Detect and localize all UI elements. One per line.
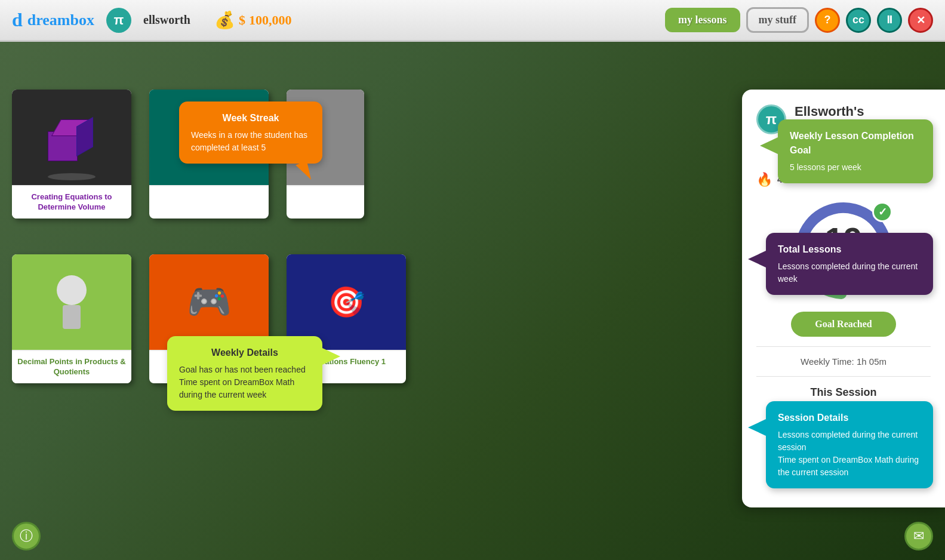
main-area: Creating Equations to Determine Volume π xyxy=(0,42,945,560)
divider-2 xyxy=(756,376,931,377)
user-avatar: π xyxy=(106,8,131,33)
coin-value: 100,000 xyxy=(249,13,292,28)
app-header: d dreambox π ellsworth 💰 $ 100,000 my le… xyxy=(0,0,945,42)
fire-icon: 🔥 xyxy=(756,172,772,187)
coin-icon: 💰 xyxy=(214,10,235,30)
session-title: This Session xyxy=(756,386,931,399)
cc-button[interactable]: cc xyxy=(846,8,871,33)
week-streak-bubble: Week Streak Weeks in a row the student h… xyxy=(179,101,322,164)
info-button-area: ⓘ xyxy=(12,522,41,550)
message-button-area: ✉ xyxy=(904,522,933,550)
nav-buttons: my lessons my stuff ? cc ⏸ ✕ xyxy=(665,7,933,33)
help-button[interactable]: ? xyxy=(815,8,840,33)
streak-bubble-text: Weeks in a row the student has completed… xyxy=(191,129,310,154)
session-details-bubble: Session Details Lessons completed during… xyxy=(766,401,933,488)
pause-button[interactable]: ⏸ xyxy=(877,8,902,33)
weekly-goal-text: 5 lessons per week xyxy=(790,161,921,174)
logo-text: dreambox xyxy=(27,11,94,29)
divider-1 xyxy=(756,346,931,347)
total-lessons-text: Lessons completed during the current wee… xyxy=(778,260,921,285)
goal-reached-button[interactable]: Goal Reached xyxy=(791,312,896,337)
close-button[interactable]: ✕ xyxy=(908,8,933,33)
coin-amount: $ xyxy=(239,13,245,28)
weekly-goal-bubble: Weekly Lesson Completion Goal 5 lessons … xyxy=(778,119,933,183)
pi-card-label xyxy=(149,185,269,208)
weekly-details-title: Weekly Details xyxy=(179,346,310,360)
my-lessons-button[interactable]: my lessons xyxy=(665,8,740,32)
lesson-card-2[interactable]: Decimal Points in Products & Quotients xyxy=(12,254,131,383)
session-details-text: Lessons completed during the current ses… xyxy=(778,429,921,479)
panel-title-line1: Ellsworth's xyxy=(795,104,872,119)
streak-bubble-title: Week Streak xyxy=(191,111,310,125)
logo-d-icon: d xyxy=(12,9,23,31)
weekly-goal-title: Weekly Lesson Completion Goal xyxy=(790,129,921,158)
total-lessons-bubble: Total Lessons Lessons completed during t… xyxy=(766,233,933,295)
username-label: ellsworth xyxy=(143,13,190,27)
lesson-card-1[interactable]: Creating Equations to Determine Volume xyxy=(12,90,131,219)
card-2-label: Decimal Points in Products & Quotients xyxy=(12,350,131,383)
logo-area: d dreambox xyxy=(12,9,94,31)
card-1-label: Creating Equations to Determine Volume xyxy=(12,185,131,219)
info-button[interactable]: ⓘ xyxy=(12,522,41,550)
weekly-details-text: Goal has or has not been reached Time sp… xyxy=(179,364,310,401)
coins-area: 💰 $ 100,000 xyxy=(214,10,292,30)
weekly-time-label: Weekly Time: xyxy=(801,356,854,367)
weekly-time-value: 1h 05m xyxy=(857,356,886,367)
weekly-details-bubble: Weekly Details Goal has or has not been … xyxy=(167,336,322,411)
total-lessons-title: Total Lessons xyxy=(778,242,921,257)
check-badge: ✓ xyxy=(872,202,892,222)
weekly-time: Weekly Time: 1h 05m xyxy=(756,356,931,367)
my-stuff-button[interactable]: my stuff xyxy=(746,7,809,33)
message-button[interactable]: ✉ xyxy=(904,522,933,550)
session-details-title: Session Details xyxy=(778,411,921,425)
